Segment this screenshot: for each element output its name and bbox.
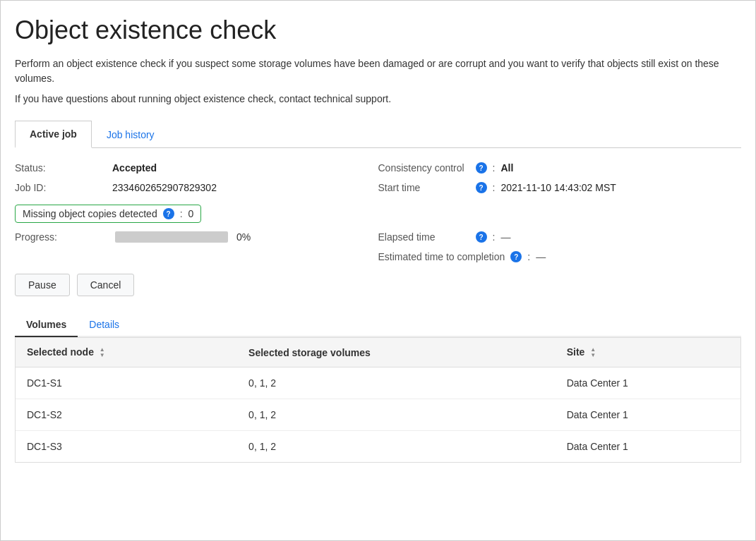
- page-wrapper: Object existence check Perform an object…: [0, 0, 756, 541]
- col-selected-volumes: Selected storage volumes: [237, 338, 556, 367]
- main-tabs: Active job Job history: [15, 121, 741, 148]
- sub-tabs: Volumes Details: [15, 313, 741, 337]
- start-time-row: Start time ? : 2021-11-10 14:43:02 MST: [378, 182, 742, 193]
- tab-active-job[interactable]: Active job: [15, 121, 92, 148]
- cancel-button[interactable]: Cancel: [77, 274, 135, 296]
- elapsed-row: Elapsed time ? : —: [378, 231, 742, 243]
- table-row: DC1-S3 0, 1, 2 Data Center 1: [16, 431, 740, 463]
- elapsed-value: —: [500, 231, 510, 243]
- page-title: Object existence check: [15, 15, 741, 45]
- progress-bar-container: [115, 231, 228, 243]
- table-row: DC1-S2 0, 1, 2 Data Center 1: [16, 399, 740, 431]
- job-id-row: Job ID: 2334602652907829302: [15, 182, 378, 193]
- consistency-row: Consistency control ? : All: [378, 162, 742, 174]
- consistency-value: All: [500, 162, 513, 174]
- cell-volumes: 0, 1, 2: [237, 431, 556, 463]
- sub-tab-details[interactable]: Details: [78, 313, 131, 337]
- missing-object-value: 0: [188, 208, 194, 219]
- job-id-value: 2334602652907829302: [112, 182, 217, 193]
- consistency-label: Consistency control: [378, 162, 470, 174]
- description-2: If you have questions about running obje…: [15, 92, 741, 107]
- sort-site-icon[interactable]: ▲ ▼: [590, 347, 596, 358]
- missing-help-icon[interactable]: ?: [163, 208, 174, 219]
- info-right: Consistency control ? : All Start time ?…: [378, 162, 742, 193]
- pause-button[interactable]: Pause: [15, 274, 70, 296]
- job-id-label: Job ID:: [15, 182, 107, 193]
- col-selected-node[interactable]: Selected node ▲ ▼: [16, 338, 237, 367]
- action-buttons: Pause Cancel: [15, 274, 741, 296]
- elapsed-label: Elapsed time: [378, 231, 470, 243]
- cell-node: DC1-S2: [16, 399, 237, 431]
- description-1: Perform an object existence check if you…: [15, 56, 741, 86]
- status-row: Status: Accepted: [15, 162, 378, 174]
- start-time-value: 2021-11-10 14:43:02 MST: [500, 182, 616, 193]
- sort-node-icon[interactable]: ▲ ▼: [100, 347, 105, 358]
- status-value: Accepted: [112, 162, 157, 174]
- consistency-help-icon[interactable]: ?: [476, 162, 487, 174]
- info-grid: Status: Accepted Job ID: 233460265290782…: [15, 162, 741, 193]
- cell-volumes: 0, 1, 2: [237, 399, 556, 431]
- estimated-label: Estimated time to completion: [378, 251, 505, 262]
- tab-job-history[interactable]: Job history: [92, 121, 169, 147]
- cell-site: Data Center 1: [556, 399, 740, 431]
- col-site[interactable]: Site ▲ ▼: [556, 338, 740, 367]
- info-left: Status: Accepted Job ID: 233460265290782…: [15, 162, 378, 193]
- cell-node: DC1-S1: [16, 367, 237, 399]
- estimated-help-icon[interactable]: ?: [510, 251, 522, 262]
- start-time-label: Start time: [378, 182, 470, 193]
- progress-label: Progress:: [15, 231, 107, 243]
- elapsed-help-icon[interactable]: ?: [476, 231, 487, 243]
- cell-site: Data Center 1: [556, 431, 740, 463]
- missing-object-row: Missing object copies detected ? : 0: [15, 205, 201, 223]
- volumes-table-wrapper[interactable]: Selected node ▲ ▼ Selected storage volum…: [15, 337, 741, 463]
- start-time-help-icon[interactable]: ?: [476, 182, 487, 193]
- progress-row: Progress: 0%: [15, 231, 378, 243]
- volumes-table: Selected node ▲ ▼ Selected storage volum…: [16, 338, 740, 462]
- table-row: DC1-S1 0, 1, 2 Data Center 1: [16, 367, 740, 399]
- sub-tab-volumes[interactable]: Volumes: [15, 313, 78, 337]
- cell-node: DC1-S3: [16, 431, 237, 463]
- estimated-row: Estimated time to completion ? : —: [378, 251, 742, 262]
- progress-percent: 0%: [236, 231, 251, 243]
- cell-site: Data Center 1: [556, 367, 740, 399]
- cell-volumes: 0, 1, 2: [237, 367, 556, 399]
- status-label: Status:: [15, 162, 107, 174]
- estimated-value: —: [536, 251, 546, 262]
- table-header-row: Selected node ▲ ▼ Selected storage volum…: [16, 338, 740, 367]
- missing-object-label: Missing object copies detected: [23, 208, 157, 219]
